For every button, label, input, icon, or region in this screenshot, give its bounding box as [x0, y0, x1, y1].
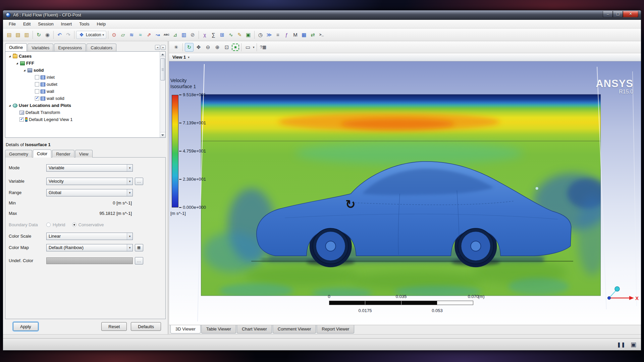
tab-view[interactable]: View	[75, 150, 93, 158]
mesh-calc-icon[interactable]: ▦	[300, 31, 308, 39]
legend-icon[interactable]: ▥	[180, 31, 188, 39]
tree-item-fff[interactable]: ◢ FFF	[6, 60, 159, 67]
tree-item-default-transform[interactable]: Default Transform	[6, 109, 159, 116]
contour-icon[interactable]: ≈	[136, 31, 145, 39]
expander-icon[interactable]: ◢	[15, 62, 19, 65]
table-icon[interactable]: ⊞	[218, 31, 226, 39]
figure-icon[interactable]: ▣	[244, 31, 253, 39]
expressions-icon[interactable]: χ	[201, 31, 209, 39]
scrollbar-thumb[interactable]	[160, 58, 165, 80]
animation-icon[interactable]: ≫	[265, 31, 273, 39]
calculator-icon[interactable]: ∑	[209, 31, 218, 39]
view-selector-bar[interactable]: View 1 ▾	[169, 53, 641, 61]
undef-color-swatch[interactable]	[46, 257, 133, 264]
scroll-down-icon[interactable]	[160, 132, 165, 137]
new-icon[interactable]: ▤	[5, 31, 13, 39]
case-comparison-icon[interactable]: ⇄	[309, 31, 317, 39]
variable-more-button[interactable]: ...	[135, 178, 143, 185]
tab-3d-viewer[interactable]: 3D Viewer	[170, 325, 201, 334]
mode-select[interactable]: Variable ▾	[46, 164, 133, 172]
tab-calculators[interactable]: Calculators	[87, 44, 116, 51]
tree-item-wall[interactable]: wall	[6, 88, 159, 95]
streamline-icon[interactable]: ↝	[154, 31, 162, 39]
save-icon[interactable]: ▥	[22, 31, 31, 39]
scroll-up-icon[interactable]	[160, 52, 165, 57]
conservative-radio[interactable]	[72, 223, 76, 227]
refresh-icon[interactable]: ↻	[35, 31, 43, 39]
tab-scroll-left-icon[interactable]: ◂	[155, 45, 160, 50]
maximize-button[interactable]: ▢	[613, 11, 623, 17]
inlet-checkbox[interactable]	[35, 75, 39, 79]
undo-icon[interactable]: ↶	[55, 31, 64, 39]
color-map-editor-button[interactable]: ▦	[135, 244, 143, 251]
titlebar[interactable]: A6 : Fluid Flow (Fluent) - CFD-Post – ▢ …	[3, 10, 641, 20]
default-legend-checkbox[interactable]: ✓	[19, 117, 24, 122]
tab-scroll-right-icon[interactable]: ▸	[161, 45, 166, 50]
minimize-button[interactable]: –	[603, 11, 613, 17]
tab-render[interactable]: Render	[52, 150, 74, 158]
zoom-out-icon[interactable]: ⊖	[204, 43, 212, 52]
menu-edit[interactable]: Edit	[19, 20, 34, 28]
wall-solid-checkbox[interactable]: ✓	[35, 96, 39, 101]
tree-scrollbar[interactable]	[160, 52, 165, 137]
tab-report-viewer[interactable]: Report Viewer	[317, 325, 354, 334]
undef-color-more-button[interactable]: ...	[135, 257, 143, 264]
clip-plane-icon[interactable]: ⊘	[189, 31, 197, 39]
open-icon[interactable]: ▧	[14, 31, 22, 39]
chevron-down-icon[interactable]: ▾	[253, 46, 255, 49]
tree-item-cases[interactable]: ◢ Cases	[6, 53, 159, 60]
isosurface-icon[interactable]: ≋	[127, 31, 136, 39]
rear-wheel[interactable]	[458, 228, 493, 264]
zoom-in-icon[interactable]: ⊕	[213, 43, 222, 52]
function-calc-icon[interactable]: ƒ	[282, 31, 291, 39]
tab-variables[interactable]: Variables	[28, 44, 53, 51]
tree-item-outlet[interactable]: outlet	[6, 81, 159, 88]
quick-editor-icon[interactable]: ≡	[274, 31, 282, 39]
tree-item-default-legend[interactable]: ✓ Default Legend View 1	[6, 116, 159, 123]
tree-item-wall-solid[interactable]: ✓ wall solid	[6, 95, 159, 102]
color-scale-select[interactable]: Linear ▾	[46, 233, 133, 240]
redo-icon[interactable]: ↷	[64, 31, 72, 39]
range-select[interactable]: Global ▾	[46, 189, 133, 196]
tab-color[interactable]: Color	[33, 149, 51, 158]
wall-checkbox[interactable]	[35, 89, 39, 94]
reset-button[interactable]: Reset	[101, 322, 127, 331]
probe-cursor-icon[interactable]: ✳	[172, 43, 180, 52]
vector-icon[interactable]: ⇗	[145, 31, 153, 39]
plane-icon[interactable]: ▱	[119, 31, 127, 39]
rotate-icon[interactable]: ↻	[185, 43, 194, 52]
zoom-box-icon[interactable]: ⊡	[222, 43, 231, 52]
timestep-icon[interactable]: ◷	[256, 31, 265, 39]
close-button[interactable]: ✕	[623, 11, 638, 17]
fit-view-icon[interactable]	[232, 44, 239, 51]
expander-icon[interactable]: ◢	[8, 104, 11, 107]
pause-icon[interactable]: ❚❚	[617, 342, 625, 348]
location-dropdown[interactable]: ❖ Location ▾	[76, 31, 106, 39]
hybrid-radio[interactable]	[46, 223, 51, 227]
tab-geometry[interactable]: Geometry	[5, 150, 32, 158]
apply-button[interactable]: Apply	[13, 322, 38, 331]
menu-session[interactable]: Session	[34, 20, 57, 28]
coord-frame-icon[interactable]: ⊿	[171, 31, 179, 39]
tab-comment-viewer[interactable]: Comment Viewer	[273, 325, 316, 334]
tab-chart-viewer[interactable]: Chart Viewer	[237, 325, 272, 334]
3d-viewport[interactable]: ↻ Velocity Isosurface 1 9.518e+001 7.139…	[169, 61, 641, 325]
point-icon[interactable]: ⊙	[110, 31, 118, 39]
tab-table-viewer[interactable]: Table Viewer	[201, 325, 236, 334]
menu-help[interactable]: Help	[93, 20, 109, 28]
defaults-button[interactable]: Defaults	[131, 322, 161, 331]
color-map-select[interactable]: Default (Rainbow) ▾	[46, 244, 133, 251]
menu-insert[interactable]: Insert	[57, 20, 76, 28]
outlet-checkbox[interactable]	[35, 82, 39, 86]
menu-tools[interactable]: Tools	[75, 20, 93, 28]
chart-icon[interactable]: ∿	[227, 31, 235, 39]
macro-calc-icon[interactable]: M	[291, 31, 300, 39]
comment-icon[interactable]: ✎	[235, 31, 244, 39]
text-icon[interactable]: ABC	[162, 31, 171, 39]
expander-icon[interactable]: ◢	[8, 55, 11, 58]
flow-domain-scene[interactable]: ↻	[201, 94, 601, 296]
tree-item-inlet[interactable]: inlet	[6, 74, 159, 81]
snapshot-icon[interactable]: ◉	[43, 31, 52, 39]
menu-file[interactable]: File	[5, 20, 19, 28]
viewer-help-icon[interactable]: ?▦	[259, 43, 268, 52]
